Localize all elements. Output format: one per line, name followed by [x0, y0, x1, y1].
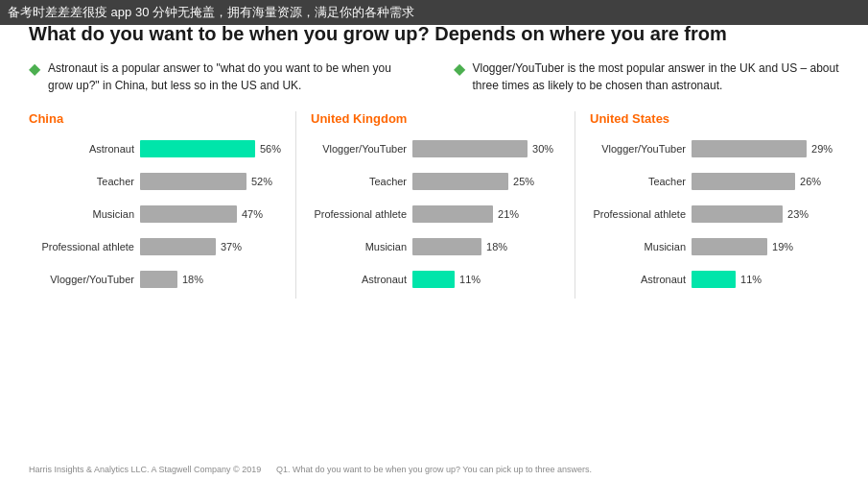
charts-area: ChinaAstronaut56%Teacher52%Musician47%Pr…: [29, 111, 839, 299]
bar-row: Teacher52%: [29, 168, 281, 195]
bar-container: 19%: [692, 238, 839, 255]
bar-label: Teacher: [29, 175, 134, 188]
bar-fill: [412, 205, 493, 223]
bar-row: Teacher25%: [311, 168, 560, 195]
bar-row: Professional athlete21%: [311, 201, 560, 228]
top-banner: 备考时差差差很疫 app 30 分钟无掩盖，拥有海量资源，满足你的各种需求: [0, 0, 868, 25]
bar-label: Astronaut: [590, 273, 686, 286]
bar-row: Musician19%: [590, 233, 839, 260]
bar-label: Musician: [590, 240, 686, 253]
chart-section-0: ChinaAstronaut56%Teacher52%Musician47%Pr…: [29, 111, 281, 299]
bar-row: Astronaut56%: [29, 135, 281, 162]
bar-pct-label: 11%: [459, 274, 481, 285]
bar-container: 30%: [412, 140, 560, 157]
bar-pct-label: 11%: [740, 274, 762, 285]
bar-container: 47%: [140, 205, 281, 223]
bullet-text-1: Astronaut is a popular answer to "what d…: [48, 60, 415, 94]
bar-fill: [140, 271, 177, 288]
bar-container: 25%: [412, 173, 560, 190]
bar-label: Teacher: [590, 175, 686, 188]
bar-label: Musician: [311, 240, 407, 253]
bar-container: 52%: [140, 173, 281, 190]
bar-pct-label: 29%: [811, 143, 833, 155]
bar-pct-label: 52%: [251, 176, 272, 187]
bar-container: 37%: [140, 238, 281, 255]
bar-pct-label: 30%: [532, 143, 553, 155]
bar-container: 21%: [412, 205, 560, 223]
bar-fill: [140, 140, 255, 157]
bar-fill: [692, 205, 783, 223]
bar-label: Teacher: [311, 175, 407, 188]
bar-pct-label: 56%: [260, 143, 281, 155]
bullets-section: ◆ Astronaut is a popular answer to "what…: [29, 60, 839, 94]
bar-fill: [412, 271, 455, 288]
bar-row: Musician47%: [29, 201, 281, 228]
bar-pct-label: 23%: [787, 208, 809, 220]
chart-section-2: United StatesVlogger/YouTuber29%Teacher2…: [590, 111, 839, 299]
bar-row: Astronaut11%: [311, 266, 560, 293]
bar-row: Vlogger/YouTuber30%: [311, 135, 560, 162]
bullet-2: ◆ Vlogger/YouTuber is the most popular a…: [454, 60, 840, 94]
bar-container: 29%: [692, 140, 839, 157]
bar-fill: [692, 271, 736, 288]
bar-container: 18%: [412, 238, 560, 255]
chart-section-1: United KingdomVlogger/YouTuber30%Teacher…: [311, 111, 560, 299]
chart-title-0: China: [29, 111, 281, 126]
bar-row: Astronaut11%: [590, 266, 839, 293]
bar-container: 11%: [692, 271, 839, 288]
chart-divider-2: [575, 111, 575, 299]
bullet-text-2: Vlogger/YouTuber is the most popular ans…: [473, 60, 840, 94]
bar-fill: [140, 205, 237, 223]
bar-label: Vlogger/YouTuber: [311, 142, 407, 156]
bar-label: Professional athlete: [29, 240, 134, 253]
bar-fill: [692, 140, 807, 157]
bar-fill: [140, 173, 246, 190]
chart-title-2: United States: [590, 111, 839, 126]
bar-fill: [692, 173, 795, 190]
bar-container: 23%: [692, 205, 839, 223]
bar-label: Professional athlete: [311, 207, 407, 221]
bullet-1: ◆ Astronaut is a popular answer to "what…: [29, 60, 415, 94]
bar-container: 18%: [140, 271, 281, 288]
bullet-dot-1: ◆: [29, 58, 40, 94]
bar-fill: [412, 140, 528, 157]
bar-pct-label: 18%: [182, 274, 203, 285]
bar-label: Musician: [29, 207, 134, 221]
banner-text: 备考时差差差很疫 app 30 分钟无掩盖，拥有海量资源，满足你的各种需求: [8, 5, 414, 19]
bar-label: Vlogger/YouTuber: [590, 142, 686, 156]
bar-row: Vlogger/YouTuber18%: [29, 266, 281, 293]
bar-container: 26%: [692, 173, 839, 190]
bar-row: Professional athlete23%: [590, 201, 839, 228]
bar-fill: [412, 173, 508, 190]
bar-pct-label: 21%: [498, 208, 519, 220]
bar-container: 56%: [140, 140, 281, 157]
bar-pct-label: 26%: [800, 176, 821, 187]
bar-container: 11%: [412, 271, 560, 288]
bar-label: Astronaut: [311, 273, 407, 286]
bar-label: Astronaut: [29, 142, 134, 156]
bar-label: Vlogger/YouTuber: [29, 273, 134, 286]
bar-label: Professional athlete: [590, 207, 686, 221]
bar-row: Vlogger/YouTuber29%: [590, 135, 839, 162]
footnote2: Q1. What do you want to be when you grow…: [0, 465, 868, 474]
bar-row: Teacher26%: [590, 168, 839, 195]
bar-pct-label: 47%: [242, 208, 263, 220]
bar-pct-label: 18%: [486, 241, 507, 252]
bar-row: Professional athlete37%: [29, 233, 281, 260]
bar-fill: [140, 238, 216, 255]
bar-fill: [412, 238, 481, 255]
bar-pct-label: 25%: [513, 176, 534, 187]
bar-row: Musician18%: [311, 233, 560, 260]
chart-title-1: United Kingdom: [311, 111, 560, 126]
chart-divider-1: [295, 111, 296, 299]
bullet-dot-2: ◆: [454, 58, 465, 94]
bar-fill: [692, 238, 767, 255]
bar-pct-label: 37%: [221, 241, 242, 252]
bar-pct-label: 19%: [772, 241, 793, 252]
